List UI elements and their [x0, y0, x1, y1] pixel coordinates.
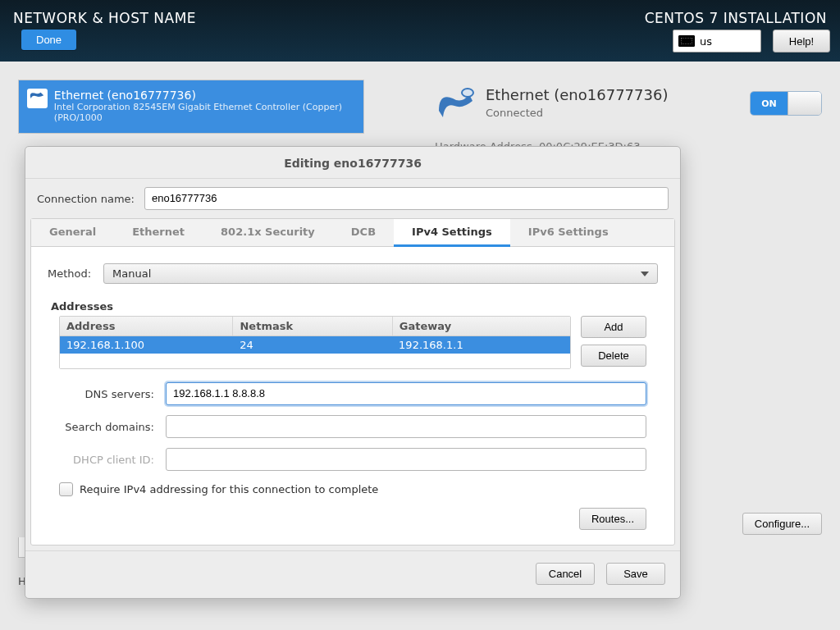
addresses-label: Addresses — [51, 300, 663, 313]
page-title: NETWORK & HOST NAME — [13, 10, 196, 26]
edit-connection-dialog: Editing eno16777736 Connection name: Gen… — [25, 146, 681, 599]
cell-gateway: 192.168.1.1 — [392, 336, 570, 354]
help-button[interactable]: Help! — [773, 30, 830, 52]
delete-address-button[interactable]: Delete — [581, 345, 646, 367]
connection-name-input[interactable] — [144, 187, 669, 210]
table-row[interactable]: 192.168.1.100 24 192.168.1.1 — [60, 336, 570, 354]
tab-ethernet[interactable]: Ethernet — [114, 219, 203, 246]
done-button[interactable]: Done — [21, 30, 76, 50]
require-ipv4-label: Require IPv4 addressing for this connect… — [80, 483, 378, 495]
method-select[interactable]: Manual — [103, 263, 658, 284]
keyboard-layout-label: us — [700, 35, 712, 48]
tab-ipv6[interactable]: IPv6 Settings — [510, 219, 627, 246]
save-button[interactable]: Save — [606, 563, 665, 585]
col-header-netmask[interactable]: Netmask — [233, 317, 392, 336]
keyboard-layout-selector[interactable]: us — [673, 30, 761, 52]
search-domains-label: Search domains: — [59, 421, 154, 433]
tab-8021x[interactable]: 802.1x Security — [203, 219, 333, 246]
dhcp-client-id-label: DHCP client ID: — [59, 454, 154, 466]
dns-input[interactable] — [166, 382, 646, 405]
require-ipv4-checkbox[interactable] — [59, 482, 73, 496]
method-label: Method: — [48, 267, 94, 280]
tab-ipv4[interactable]: IPv4 Settings — [394, 219, 510, 247]
method-value: Manual — [112, 267, 151, 280]
connection-name-label: Connection name: — [37, 193, 135, 205]
dialog-title: Editing eno16777736 — [25, 147, 680, 179]
top-banner: NETWORK & HOST NAME Done CENTOS 7 INSTAL… — [0, 0, 840, 62]
tab-ipv4-body: Method: Manual Addresses Address Netmask — [31, 247, 674, 545]
col-header-gateway[interactable]: Gateway — [393, 317, 570, 336]
tab-general[interactable]: General — [31, 219, 114, 246]
table-empty-row[interactable] — [60, 354, 570, 368]
dhcp-client-id-input[interactable] — [166, 448, 646, 471]
cell-netmask: 24 — [233, 336, 392, 354]
tab-dcb[interactable]: DCB — [333, 219, 394, 246]
add-address-button[interactable]: Add — [581, 316, 646, 338]
cancel-button[interactable]: Cancel — [536, 563, 595, 585]
col-header-address[interactable]: Address — [60, 317, 233, 336]
search-domains-input[interactable] — [166, 415, 646, 438]
chevron-down-icon — [641, 272, 649, 276]
dialog-tabs: General Ethernet 802.1x Security DCB IPv… — [31, 219, 674, 247]
dns-label: DNS servers: — [59, 388, 154, 400]
routes-button[interactable]: Routes... — [579, 508, 646, 530]
install-title: CENTOS 7 INSTALLATION — [645, 10, 827, 26]
addresses-table[interactable]: Address Netmask Gateway 192.168.1.100 24… — [59, 316, 571, 369]
keyboard-icon — [678, 35, 695, 47]
cell-address: 192.168.1.100 — [60, 336, 233, 354]
dialog-backdrop: Editing eno16777736 Connection name: Gen… — [0, 62, 840, 630]
